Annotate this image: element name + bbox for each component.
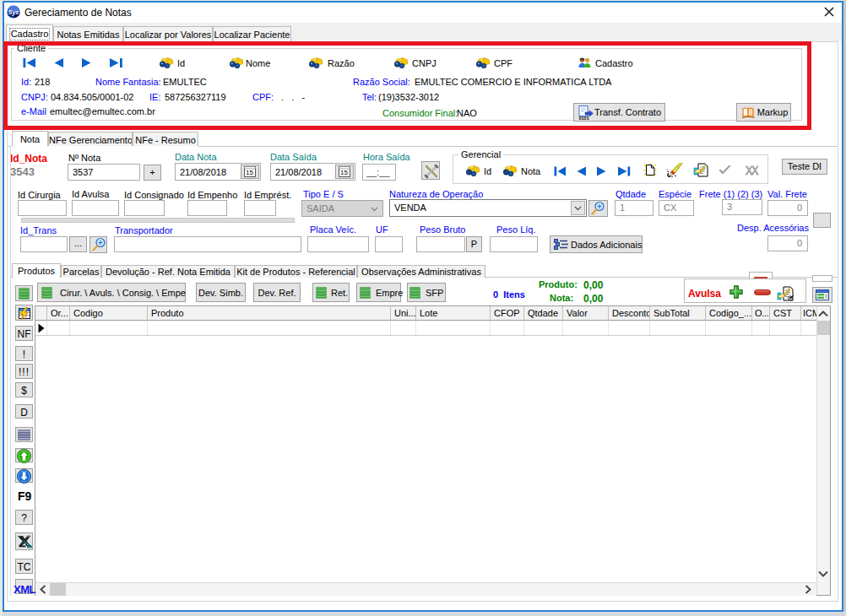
svg-text:15: 15 <box>340 169 348 176</box>
svg-text:Sys: Sys <box>8 9 19 16</box>
svg-text:15: 15 <box>246 169 253 176</box>
